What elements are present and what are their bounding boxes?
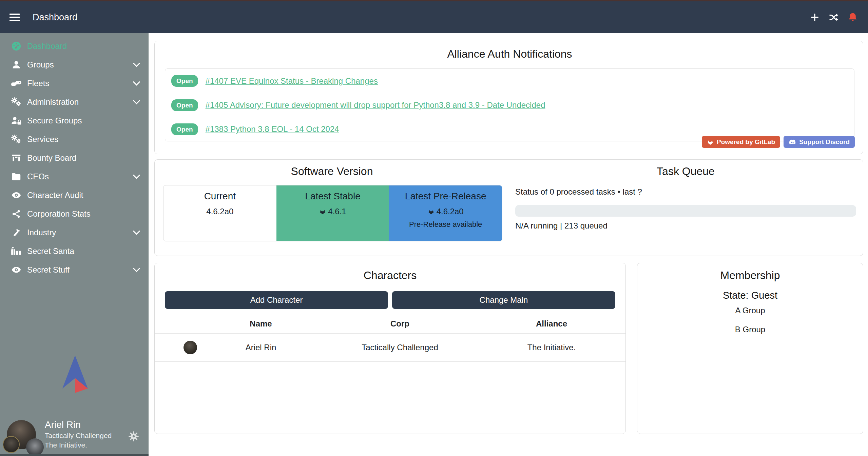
- sidebar-item-services[interactable]: Services: [0, 130, 149, 148]
- version-table: Current 4.6.2a0 Latest Stable 4.6.1 Late…: [163, 185, 502, 241]
- powered-by-gitlab-badge[interactable]: Powered by GitLab: [702, 136, 780, 148]
- share-nodes-icon: [10, 209, 22, 219]
- notification-row: Open #1407 EVE Equinox Status - Breaking…: [165, 69, 854, 93]
- add-character-button[interactable]: Add Character: [165, 291, 388, 309]
- discord-icon: [789, 138, 796, 146]
- version-stable-cell: Latest Stable 4.6.1: [276, 185, 389, 241]
- folder-icon: [10, 171, 22, 182]
- shop-icon: [10, 153, 22, 163]
- task-queue-progressbar: [515, 205, 856, 217]
- characters-title: Characters: [155, 269, 625, 282]
- gifts-icon: [10, 246, 22, 257]
- characters-table-header: Name Corp Alliance: [155, 314, 625, 333]
- hamburger-menu-icon[interactable]: [9, 14, 20, 21]
- eye-icon: [10, 190, 22, 201]
- notification-link[interactable]: #1407 EVE Equinox Status - Breaking Chan…: [206, 76, 378, 86]
- status-badge: Open: [171, 123, 198, 135]
- gauge-icon: [10, 41, 22, 52]
- user-lock-icon: [10, 115, 22, 126]
- sidebar-item-bounty-board[interactable]: Bounty Board: [0, 148, 149, 167]
- character-name: Ariel Rin: [199, 343, 323, 352]
- user-name: Ariel Rin: [45, 419, 112, 430]
- version-current-cell: Current 4.6.2a0: [163, 185, 276, 241]
- user-settings-gear-icon[interactable]: [128, 431, 139, 442]
- alliance-logo-badge: [26, 438, 44, 456]
- sidebar-item-administration[interactable]: Administration: [0, 93, 149, 111]
- gitlab-icon: [428, 208, 435, 215]
- main-content: Alliance Auth Notifications Open #1407 E…: [149, 33, 868, 456]
- header-corp: Corp: [323, 319, 477, 329]
- page-title: Dashboard: [33, 12, 77, 23]
- chevron-down-icon: [132, 228, 141, 237]
- sidebar-item-secret-santa[interactable]: Secret Santa: [0, 242, 149, 260]
- user-corp: Tactically Challenged: [45, 432, 112, 440]
- character-alliance: The Initiative.: [477, 343, 626, 352]
- character-row: Ariel Rin Tactically Challenged The Init…: [155, 333, 625, 362]
- chevron-down-icon: [132, 97, 141, 106]
- notification-link[interactable]: #1383 Python 3.8 EOL - 14 Oct 2024: [206, 124, 339, 134]
- characters-card: Characters Add Character Change Main Nam…: [154, 263, 626, 434]
- sidebar-menu: Dashboard Groups Fleets: [0, 33, 149, 279]
- version-taskqueue-card: Software Version Current 4.6.2a0 Latest …: [154, 159, 863, 256]
- sidebar-item-character-audit[interactable]: Character Audit: [0, 186, 149, 204]
- user-panel: Ariel Rin Tactically Challenged The Init…: [0, 418, 149, 454]
- notification-link[interactable]: #1405 Advisory: Future development will …: [206, 100, 545, 110]
- sidebar-item-corporation-stats[interactable]: Corporation Stats: [0, 204, 149, 223]
- eye-icon: [10, 264, 22, 275]
- characters-table: Name Corp Alliance Ariel Rin Tactically …: [155, 314, 625, 362]
- header-name: Name: [199, 319, 323, 329]
- task-queue-panel: Task Queue Status of 0 processed tasks •…: [509, 160, 863, 256]
- membership-title: Membership: [637, 269, 863, 282]
- shuttle-icon: [10, 78, 22, 89]
- sidebar-item-groups[interactable]: Groups: [0, 55, 149, 74]
- notification-row: Open #1405 Advisory: Future development …: [165, 93, 854, 117]
- chevron-down-icon: [132, 265, 141, 274]
- sidebar-item-fleets[interactable]: Fleets: [0, 74, 149, 93]
- sidebar-item-secret-stuff[interactable]: Secret Stuff: [0, 260, 149, 279]
- sidebar-item-secure-groups[interactable]: Secure Groups: [0, 111, 149, 130]
- sidebar-item-ceos[interactable]: CEOs: [0, 167, 149, 186]
- change-main-button[interactable]: Change Main: [392, 291, 615, 309]
- chevron-down-icon: [132, 172, 141, 181]
- user-icon: [10, 59, 22, 70]
- status-badge: Open: [171, 75, 198, 87]
- alliance-logo: [54, 354, 94, 396]
- notifications-card: Alliance Auth Notifications Open #1407 E…: [154, 41, 863, 154]
- notifications-title: Alliance Auth Notifications: [165, 48, 854, 60]
- add-icon[interactable]: [810, 12, 820, 22]
- user-alliance: The Initiative.: [45, 441, 112, 449]
- sidebar-item-industry[interactable]: Industry: [0, 223, 149, 242]
- version-prerelease-cell: Latest Pre-Release 4.6.2a0 Pre-Release a…: [389, 185, 502, 241]
- membership-group: B Group: [644, 320, 856, 339]
- character-corp: Tactically Challenged: [323, 343, 477, 352]
- notifications-list: Open #1407 EVE Equinox Status - Breaking…: [165, 68, 854, 141]
- support-discord-badge[interactable]: Support Discord: [784, 136, 855, 148]
- sidebar: Dashboard Groups Fleets: [0, 33, 149, 456]
- status-badge: Open: [171, 99, 198, 111]
- sidebar-bottom-strip: [0, 454, 149, 456]
- chevron-down-icon: [132, 60, 141, 69]
- task-queue-status: Status of 0 processed tasks • last ?: [515, 187, 856, 197]
- top-navbar: Dashboard: [0, 0, 868, 33]
- notifications-bell-icon[interactable]: [848, 12, 858, 22]
- gears-icon: [10, 97, 22, 107]
- chevron-down-icon: [132, 79, 141, 88]
- hammer-icon: [10, 227, 22, 238]
- navbar-actions: [810, 12, 858, 22]
- software-version-title: Software Version: [155, 165, 509, 178]
- shuffle-icon[interactable]: [829, 12, 839, 22]
- gears-icon: [10, 134, 22, 145]
- header-alliance: Alliance: [477, 319, 626, 329]
- software-version-panel: Software Version Current 4.6.2a0 Latest …: [155, 160, 509, 256]
- notifications-footer: Powered by GitLab Support Discord: [702, 136, 855, 148]
- character-avatar: [184, 341, 197, 354]
- gitlab-icon: [707, 139, 714, 145]
- membership-state: State: Guest: [637, 290, 863, 301]
- membership-card: Membership State: Guest A Group B Group: [637, 263, 863, 434]
- task-queue-title: Task Queue: [515, 165, 856, 178]
- sidebar-item-dashboard[interactable]: Dashboard: [0, 37, 149, 55]
- corp-logo-badge: [3, 436, 20, 453]
- task-queue-counts: N/A running | 213 queued: [515, 221, 856, 231]
- membership-group: A Group: [644, 301, 856, 320]
- gitlab-icon: [319, 208, 326, 215]
